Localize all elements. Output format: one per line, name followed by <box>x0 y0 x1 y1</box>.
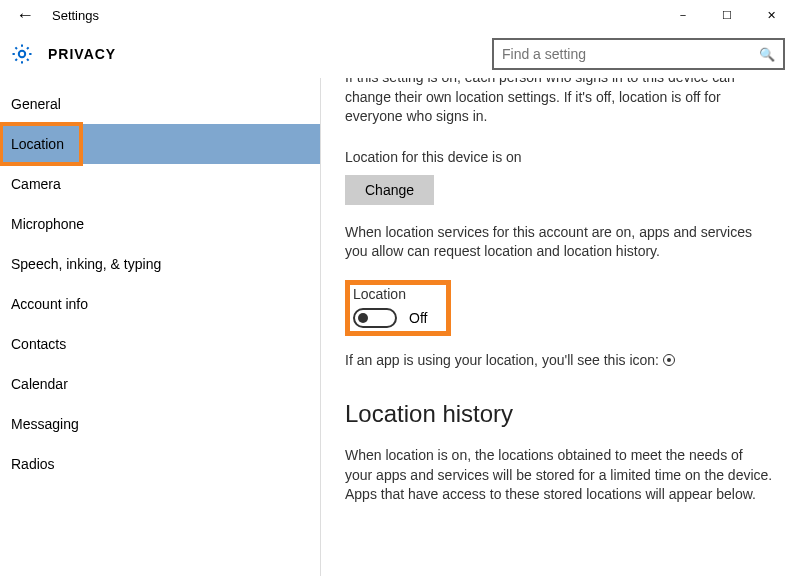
change-button[interactable]: Change <box>345 175 434 205</box>
minimize-button[interactable]: − <box>661 0 705 30</box>
toggle-knob <box>358 313 368 323</box>
sidebar-item-label: Radios <box>11 456 55 472</box>
sidebar: General Location Camera Microphone Speec… <box>1 78 321 576</box>
sidebar-item-label: Messaging <box>11 416 79 432</box>
toggle-label: Location <box>353 286 427 302</box>
sidebar-item-label: Camera <box>11 176 61 192</box>
sidebar-item-radios[interactable]: Radios <box>1 444 320 484</box>
back-button[interactable]: ← <box>16 5 34 26</box>
device-location-status: Location for this device is on <box>345 149 773 165</box>
window-controls: − ☐ ✕ <box>661 0 793 30</box>
search-icon: 🔍 <box>759 47 775 62</box>
sidebar-item-label: General <box>11 96 61 112</box>
sidebar-item-account-info[interactable]: Account info <box>1 284 320 324</box>
location-history-heading: Location history <box>345 400 773 428</box>
sidebar-item-messaging[interactable]: Messaging <box>1 404 320 444</box>
svg-point-0 <box>19 51 25 57</box>
sidebar-item-contacts[interactable]: Contacts <box>1 324 320 364</box>
close-button[interactable]: ✕ <box>749 0 793 30</box>
search-input[interactable] <box>502 46 759 62</box>
sidebar-item-label: Microphone <box>11 216 84 232</box>
sidebar-item-label: Calendar <box>11 376 68 392</box>
account-location-desc: When location services for this account … <box>345 223 773 262</box>
app-icon-note-text: If an app is using your location, you'll… <box>345 352 659 368</box>
location-toggle[interactable] <box>353 308 397 328</box>
app-icon-note: If an app is using your location, you'll… <box>345 352 773 368</box>
content-pane: If this setting is on, each person who s… <box>321 78 793 576</box>
sidebar-item-microphone[interactable]: Microphone <box>1 204 320 244</box>
toggle-state: Off <box>409 310 427 326</box>
sidebar-item-label: Location <box>11 136 64 152</box>
sidebar-item-label: Contacts <box>11 336 66 352</box>
maximize-button[interactable]: ☐ <box>705 0 749 30</box>
gear-icon <box>10 42 34 66</box>
location-toggle-block: Location Off <box>345 280 451 336</box>
search-box[interactable]: 🔍 <box>492 38 785 70</box>
main: General Location Camera Microphone Speec… <box>0 78 793 576</box>
window-title: Settings <box>52 8 99 23</box>
toggle-row: Off <box>353 308 427 328</box>
sidebar-item-location[interactable]: Location <box>1 124 320 164</box>
location-icon <box>663 354 675 366</box>
page-title: PRIVACY <box>48 46 116 62</box>
sidebar-item-general[interactable]: General <box>1 84 320 124</box>
sidebar-item-speech[interactable]: Speech, inking, & typing <box>1 244 320 284</box>
intro-text: If this setting is on, each person who s… <box>345 78 773 127</box>
location-history-desc: When location is on, the locations obtai… <box>345 446 773 505</box>
sidebar-item-label: Speech, inking, & typing <box>11 256 161 272</box>
sidebar-item-camera[interactable]: Camera <box>1 164 320 204</box>
titlebar: ← Settings − ☐ ✕ <box>0 0 793 30</box>
sidebar-item-calendar[interactable]: Calendar <box>1 364 320 404</box>
header: PRIVACY 🔍 <box>0 30 793 78</box>
sidebar-item-label: Account info <box>11 296 88 312</box>
